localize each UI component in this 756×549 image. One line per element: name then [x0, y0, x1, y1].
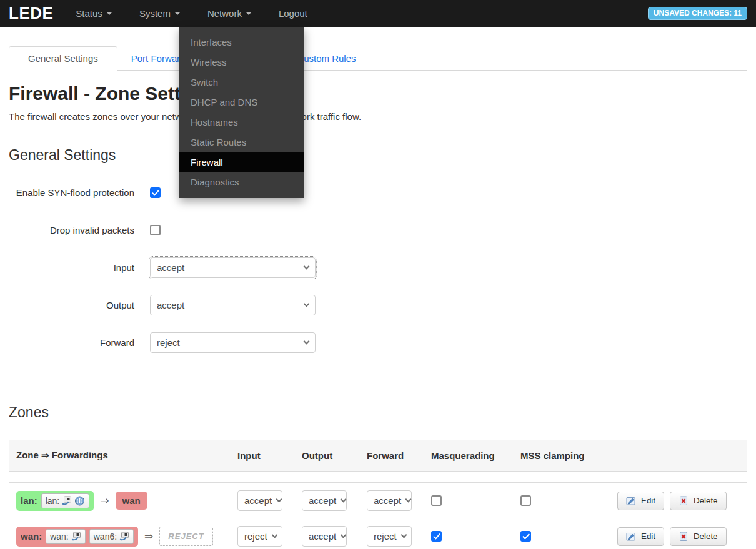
ethernet-icon: [62, 496, 72, 505]
nav-item-label: Status: [76, 8, 102, 19]
network-badge-lan: lan:: [41, 493, 90, 508]
enable-syn-flood-protection-checkbox[interactable]: [150, 187, 161, 198]
zones-table: Zone ⇒ ForwardingsInputOutputForwardMasq…: [9, 440, 747, 549]
masquerading-checkbox[interactable]: [431, 531, 442, 542]
select-value: accept: [244, 495, 272, 506]
select-value: accept: [157, 262, 184, 273]
field-label: Input: [9, 262, 150, 273]
menu-item-static-routes[interactable]: Static Routes: [179, 132, 304, 152]
unsaved-changes-badge[interactable]: UNSAVED CHANGES: 11: [648, 7, 747, 20]
nav-item-label: Logout: [279, 8, 307, 19]
select-value: accept: [374, 495, 401, 506]
chevron-down-icon: [107, 12, 112, 15]
nav-item-status[interactable]: Status: [62, 0, 126, 27]
delete-icon: [679, 496, 689, 506]
output-cell: accept: [302, 526, 367, 547]
masquerading-cell: [431, 531, 520, 542]
select-value: reject: [244, 531, 267, 542]
main-content: General SettingsPort ForwardsTraffic Rul…: [0, 44, 756, 549]
mss-clamping-cell: [520, 531, 617, 542]
form-row-output: Outputaccept: [9, 295, 747, 315]
section-heading-zones: Zones: [9, 404, 747, 421]
forward-select[interactable]: reject: [150, 332, 316, 353]
forward-arrow: ⇒: [144, 530, 153, 543]
mss-clamping-checkbox[interactable]: [520, 531, 531, 542]
zone-input-select[interactable]: reject: [237, 526, 282, 547]
zone-input-select[interactable]: accept: [237, 490, 282, 511]
select-value: accept: [309, 531, 336, 542]
zones-table-header: Zone ⇒ ForwardingsInputOutputForwardMasq…: [9, 440, 747, 472]
input-select[interactable]: accept: [150, 257, 316, 278]
chevron-down-icon: [341, 532, 347, 538]
nav-item-label: Network: [207, 8, 242, 19]
zone-forwardings-cell: lan:lan:⇒wan: [16, 491, 237, 511]
field-label: Drop invalid packets: [9, 225, 150, 235]
zone-name: wan:: [21, 531, 42, 542]
page-description: The firewall creates zones over your net…: [9, 111, 747, 122]
section-heading-general-settings: General Settings: [9, 147, 747, 164]
general-settings-form: Enable SYN-flood protectionDrop invalid …: [9, 182, 747, 353]
zones-table-body: lan:lan:⇒wanacceptacceptacceptEditDelete…: [9, 482, 747, 549]
menu-item-hostnames[interactable]: Hostnames: [179, 112, 304, 132]
column-header-actions: [617, 450, 747, 461]
zone-output-select[interactable]: accept: [302, 526, 347, 547]
actions-cell: EditDelete: [617, 527, 747, 546]
menu-item-diagnostics[interactable]: Diagnostics: [179, 172, 304, 192]
reject-policy-box: REJECT: [159, 527, 212, 546]
zone-row-wan: wan:wan:wan6:⇒REJECTrejectacceptrejectEd…: [9, 518, 747, 549]
chevron-down-icon: [304, 264, 310, 270]
nav-item-label: System: [139, 8, 171, 19]
column-header-forward: Forward: [367, 450, 431, 461]
chevron-down-icon: [304, 301, 310, 307]
edit-button[interactable]: Edit: [617, 492, 664, 510]
output-cell: accept: [302, 490, 367, 511]
edit-icon: [626, 532, 636, 542]
target-zone-badge: wan: [116, 492, 147, 510]
chevron-down-icon: [304, 339, 310, 345]
form-row-drop-invalid-packets: Drop invalid packets: [9, 220, 747, 240]
chevron-down-icon: [271, 532, 277, 538]
column-header-output: Output: [302, 450, 367, 461]
select-value: accept: [157, 300, 184, 310]
chevron-down-icon: [341, 497, 347, 503]
zone-output-select[interactable]: accept: [302, 490, 347, 511]
menu-item-wireless[interactable]: Wireless: [179, 52, 304, 72]
network-dropdown-menu: InterfacesWirelessSwitchDHCP and DNSHost…: [179, 27, 304, 198]
masquerading-checkbox[interactable]: [431, 495, 442, 506]
chevron-down-icon: [276, 497, 282, 503]
zone-forward-select[interactable]: accept: [367, 490, 412, 511]
output-select[interactable]: accept: [150, 295, 316, 315]
field-label: Enable SYN-flood protection: [9, 187, 150, 198]
app-logo[interactable]: LEDE: [9, 4, 53, 23]
menu-item-interfaces[interactable]: Interfaces: [179, 32, 304, 52]
wifi-icon: [74, 496, 85, 506]
edit-button-label: Edit: [641, 532, 655, 541]
zone-badge-lan: lan:lan:: [16, 491, 94, 511]
delete-button[interactable]: Delete: [670, 492, 727, 510]
zone-forward-select[interactable]: reject: [367, 526, 412, 547]
tab-bar: General SettingsPort ForwardsTraffic Rul…: [9, 44, 747, 71]
nav-item-system[interactable]: System: [126, 0, 194, 27]
delete-button-label: Delete: [694, 532, 718, 541]
menu-item-dhcp-and-dns[interactable]: DHCP and DNS: [179, 92, 304, 112]
field-label: Output: [9, 300, 150, 310]
chevron-down-icon: [400, 532, 407, 538]
nav-item-logout[interactable]: Logout: [265, 0, 321, 27]
ethernet-icon: [119, 532, 129, 541]
menu-item-firewall[interactable]: Firewall: [179, 152, 304, 172]
zone-name: lan:: [21, 495, 37, 506]
mss-clamping-checkbox[interactable]: [520, 495, 531, 506]
input-cell: reject: [237, 526, 302, 547]
zone-row-lan: lan:lan:⇒wanacceptacceptacceptEditDelete: [9, 482, 747, 518]
form-row-forward: Forwardreject: [9, 332, 747, 353]
drop-invalid-packets-checkbox[interactable]: [150, 225, 161, 235]
edit-button[interactable]: Edit: [617, 527, 664, 546]
menu-item-switch[interactable]: Switch: [179, 72, 304, 92]
mss-clamping-cell: [520, 495, 617, 506]
forward-cell: accept: [367, 490, 431, 511]
tab-general-settings[interactable]: General Settings: [9, 46, 117, 71]
chevron-down-icon: [246, 12, 251, 15]
delete-button[interactable]: Delete: [670, 527, 727, 546]
chevron-down-icon: [175, 12, 180, 15]
nav-item-network[interactable]: Network: [194, 0, 265, 27]
